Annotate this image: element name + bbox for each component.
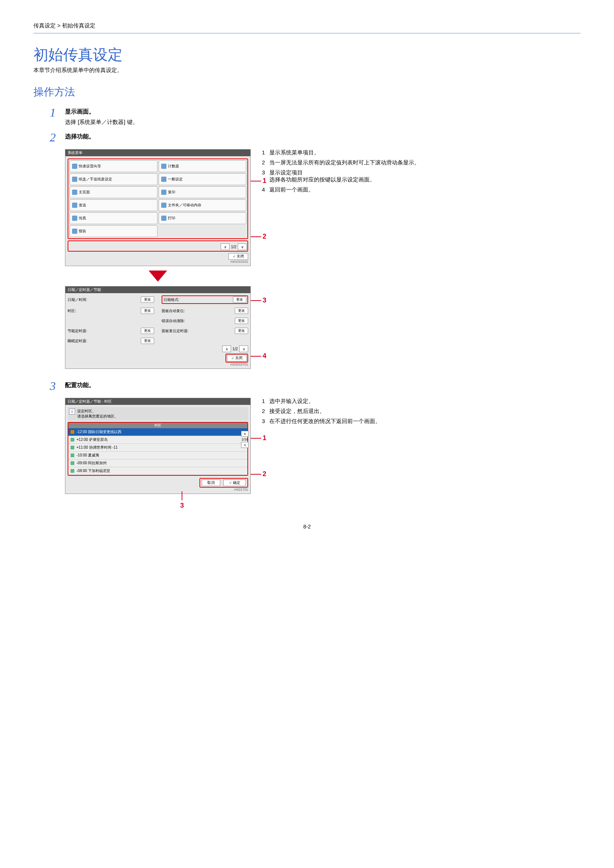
menu-item[interactable]: 快速设置向导 bbox=[70, 160, 157, 172]
callout-1b: 1 bbox=[251, 434, 266, 442]
change-button[interactable]: 更改 bbox=[141, 296, 154, 303]
step-number-3: 3 bbox=[33, 380, 65, 392]
screenshot-timezone: 日期／定时器／节能 - 时区 i 设定时区。请选择离您最近的地区。 时区 -12… bbox=[65, 398, 251, 494]
cassette-icon bbox=[72, 177, 77, 182]
copy-icon bbox=[161, 190, 166, 195]
callout-2: 2 bbox=[251, 232, 266, 240]
note-item: 3在不进行任何更改的情况下返回前一个画面。 bbox=[262, 418, 581, 425]
docbox-icon bbox=[161, 203, 166, 208]
down-arrow-icon bbox=[149, 271, 167, 282]
fax-icon bbox=[72, 215, 77, 221]
timezone-icon bbox=[71, 454, 74, 457]
section-heading: 操作方法 bbox=[33, 85, 581, 99]
menu-item[interactable]: 主页面 bbox=[70, 186, 157, 198]
scroll-up-button[interactable]: ∧ bbox=[222, 346, 231, 352]
list-item[interactable]: +12:00 萨摩亚群岛 bbox=[68, 436, 247, 444]
common-icon bbox=[161, 177, 166, 182]
timezone-icon bbox=[71, 438, 74, 442]
timezone-icon bbox=[71, 430, 74, 434]
change-button[interactable]: 更改 bbox=[235, 308, 248, 314]
scroll-down-button[interactable]: ∨ bbox=[239, 346, 248, 352]
panel-titlebar: 日期／定时器／节能 bbox=[65, 287, 250, 293]
change-button[interactable]: 更改 bbox=[235, 318, 248, 324]
ok-button[interactable]: ↲ 确定 bbox=[223, 479, 246, 486]
close-button[interactable]: ↲ 关闭 bbox=[227, 355, 247, 361]
screenshot-date-timer: 日期／定时器／节能 日期／时间:更改 日期格式:更改 时区:更改 面板自动复位:… bbox=[65, 286, 251, 369]
menu-item[interactable]: 文件夹／可移动内存 bbox=[159, 199, 247, 211]
close-button[interactable]: ↲ 关闭 bbox=[229, 253, 248, 260]
scroll-up-button[interactable]: ∧ bbox=[221, 243, 230, 250]
change-button[interactable]: 更改 bbox=[141, 328, 154, 334]
note-item: 2接受设定，然后退出。 bbox=[262, 408, 581, 415]
list-item[interactable]: -10:00 夏威夷 bbox=[68, 452, 247, 459]
counter-icon bbox=[161, 164, 166, 169]
step-title-1: 显示画面。 bbox=[65, 108, 581, 116]
note-item: 2当一屏无法显示所有的设定值列表时可上下滚动滑动条显示。 bbox=[262, 159, 581, 166]
menu-item[interactable]: 发送 bbox=[70, 199, 157, 211]
step-body-1: 选择 [系统菜单／计数器] 键。 bbox=[65, 119, 581, 126]
callout-3: 3 bbox=[251, 296, 266, 304]
send-icon bbox=[72, 203, 77, 208]
pager-text: 1/2 bbox=[233, 347, 238, 351]
list-item[interactable]: +11:00 协调世界时间 -11 bbox=[68, 444, 247, 452]
menu-item[interactable]: 报告 bbox=[70, 225, 157, 237]
step-title-3: 配置功能。 bbox=[65, 381, 581, 389]
step-number-1: 1 bbox=[33, 107, 65, 118]
list-item[interactable]: -09:00 阿拉斯加州 bbox=[68, 459, 247, 467]
note-item: 1选中并输入设定。 bbox=[262, 398, 581, 405]
panel-id: m021701 bbox=[68, 488, 248, 491]
timezone-icon bbox=[71, 446, 74, 450]
change-button[interactable]: 更改 bbox=[235, 328, 248, 334]
timezone-icon bbox=[71, 461, 74, 465]
cancel-button[interactable]: 取消 bbox=[202, 479, 220, 486]
change-button[interactable]: 更改 bbox=[233, 296, 246, 303]
list-item[interactable]: -12:00 国际日期变更线以西 bbox=[68, 428, 247, 436]
menu-item[interactable]: 复印 bbox=[159, 186, 247, 198]
change-button[interactable]: 更改 bbox=[141, 308, 154, 314]
scroll-up-button[interactable]: ∧ bbox=[241, 431, 249, 437]
panel-id: m02015701 bbox=[68, 363, 248, 366]
home-icon bbox=[72, 190, 77, 195]
page-title: 初始传真设定 bbox=[33, 45, 581, 65]
panel-titlebar: 日期／定时器／节能 - 时区 bbox=[65, 398, 250, 405]
callout-4: 4 bbox=[251, 352, 266, 360]
printer-icon bbox=[161, 215, 166, 221]
step-title-2: 选择功能。 bbox=[65, 133, 581, 141]
menu-item[interactable]: 一般设定 bbox=[159, 173, 247, 185]
change-button[interactable]: 更改 bbox=[141, 338, 154, 344]
list-item[interactable]: -08:00 下加利福尼亚 bbox=[68, 467, 247, 475]
callout-1: 1 bbox=[251, 177, 266, 185]
callout-2b: 2 bbox=[251, 470, 266, 478]
report-icon bbox=[72, 229, 77, 234]
info-icon: i bbox=[69, 409, 75, 414]
scroll-down-button[interactable]: ∨ bbox=[238, 243, 247, 250]
callout-3b: 3 bbox=[180, 491, 184, 510]
menu-item[interactable]: 传真 bbox=[70, 212, 157, 224]
note-item: 3显示设定项目 选择各功能所对应的按键以显示设定画面。 bbox=[262, 169, 581, 183]
menu-item[interactable]: 计数器 bbox=[159, 160, 247, 172]
intro-text: 本章节介绍系统菜单中的传真设定。 bbox=[33, 67, 581, 74]
panel-titlebar: 系统菜单 bbox=[65, 150, 250, 156]
timezone-icon bbox=[71, 469, 74, 473]
screenshot-system-menu: 系统菜单 快速设置向导 计数器 纸盒／手送纸盘设定 一般设定 主页面 复印 发送… bbox=[65, 149, 251, 266]
note-item: 4返回前一个画面。 bbox=[262, 186, 581, 193]
step-number-2: 2 bbox=[33, 131, 65, 143]
menu-item[interactable]: 纸盒／手送纸盘设定 bbox=[70, 173, 157, 185]
pager-text: 1/2 bbox=[231, 245, 236, 249]
wizard-icon bbox=[72, 164, 77, 169]
menu-item[interactable]: 打印 bbox=[159, 212, 247, 224]
scroll-down-button[interactable]: ∨ bbox=[241, 442, 249, 448]
panel-id: m01010101 bbox=[68, 260, 248, 264]
note-item: 1显示系统菜单项目。 bbox=[262, 149, 581, 156]
breadcrumb: 传真设定 > 初始传真设定 bbox=[33, 22, 581, 33]
page-number: 8-2 bbox=[33, 524, 581, 530]
column-header: 时区 bbox=[68, 423, 247, 428]
pager-text: 1/16 bbox=[241, 437, 248, 441]
